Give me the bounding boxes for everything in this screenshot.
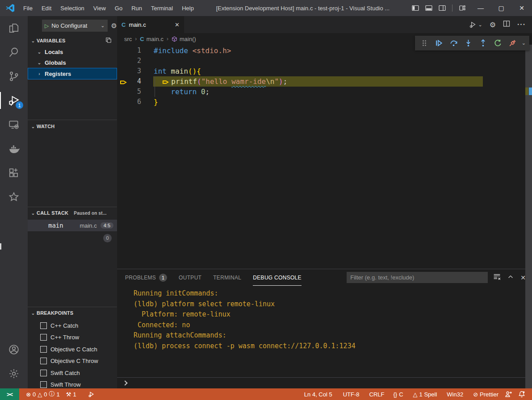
menu-go[interactable]: Go [110, 0, 127, 16]
maximize-button[interactable]: ▢ [491, 0, 511, 16]
menu-selection[interactable]: Selection [56, 0, 88, 16]
sidebar-item-remote-explorer[interactable] [0, 112, 28, 137]
breakpoint-gutter[interactable] [117, 76, 129, 87]
debug-console-input[interactable] [117, 377, 532, 388]
breakpoint-checkbox[interactable] [40, 381, 47, 388]
accounts-button[interactable] [0, 338, 28, 362]
breakpoint-gutter[interactable] [117, 46, 129, 56]
breakpoint-checkbox[interactable] [40, 370, 47, 376]
chevron-down-icon[interactable]: ⌄ [522, 40, 526, 46]
close-button[interactable]: ✕ [511, 0, 532, 16]
toggle-sidebar-icon[interactable] [412, 4, 419, 12]
remote-indicator[interactable]: >< [0, 388, 19, 400]
breakpoint-row[interactable]: Swift Throw [28, 379, 117, 389]
breakpoint-row[interactable]: Objective C Throw [28, 355, 117, 367]
variables-item-registers[interactable]: ›Registers [28, 68, 117, 79]
code-line-5[interactable]: 5 return 0; [117, 87, 532, 97]
customize-layout-icon[interactable] [459, 4, 466, 12]
problems-status[interactable]: ⊗ 0 △ 0 ⓘ 1 [23, 388, 63, 400]
menu-terminal[interactable]: Terminal [147, 0, 177, 16]
breakpoint-row[interactable]: C++ Throw [28, 332, 117, 344]
debug-start-icon[interactable]: ▷ [45, 23, 49, 29]
breakpoint-gutter[interactable] [117, 87, 129, 97]
run-or-debug-button[interactable]: ⌄ [469, 21, 482, 29]
debug-session-status[interactable] [85, 388, 98, 400]
watch-section-header[interactable]: ⌄ WATCH [28, 121, 117, 131]
console-filter-input[interactable] [347, 272, 488, 283]
notifications-button[interactable] [515, 388, 528, 400]
debug-gear-button[interactable]: ⚙ [490, 21, 496, 29]
manage-button[interactable] [0, 362, 28, 386]
clear-console-icon[interactable] [493, 273, 501, 282]
scrollbar-slider[interactable] [525, 45, 532, 388]
breakpoint-checkbox[interactable] [40, 322, 47, 329]
code-line-3[interactable]: 3int main(){ [117, 66, 532, 76]
code-line-6[interactable]: 6} [117, 97, 532, 107]
sidebar-item-search[interactable] [0, 40, 28, 64]
breakpoints-section-header[interactable]: ⌄ BREAKPOINTS [28, 308, 117, 318]
variables-item-globals[interactable]: ⌄Globals [28, 57, 117, 68]
tab-main-c[interactable]: C main.c ✕ [117, 16, 184, 33]
call-stack-frame[interactable]: main main.c 4:5 [28, 220, 117, 231]
menu-file[interactable]: File [19, 0, 37, 16]
sidebar-item-docker[interactable] [0, 137, 28, 161]
spell-status[interactable]: △ 1 Spell [410, 388, 440, 400]
breadcrumb-item[interactable]: main() [172, 36, 196, 42]
toggle-secondary-sidebar-icon[interactable] [439, 4, 446, 12]
sidebar-item-explorer[interactable] [0, 16, 28, 40]
debug-configuration-dropdown[interactable]: ▷ No Configurat ⌄ [42, 20, 108, 32]
close-tab-icon[interactable]: ✕ [175, 21, 180, 28]
split-editor-button[interactable] [503, 20, 510, 29]
minimize-button[interactable]: — [470, 0, 491, 16]
breadcrumb-item[interactable]: src [124, 36, 132, 42]
breakpoint-row[interactable]: Swift Catch [28, 367, 117, 379]
breakpoint-gutter[interactable] [117, 97, 129, 107]
sidebar-item-extensions[interactable] [0, 161, 28, 185]
code-line-4[interactable]: 4 printf("hello wamr-ide\n"); [117, 76, 532, 87]
variables-item-locals[interactable]: ⌄Locals [28, 46, 117, 57]
maximize-panel-icon[interactable] [507, 274, 514, 282]
debug-console-output[interactable]: Running initCommands:(lldb) platform sel… [117, 286, 532, 377]
breakpoint-checkbox[interactable] [40, 358, 47, 364]
call-stack-section-header[interactable]: ⌄ CALL STACK Paused on st... [28, 208, 117, 218]
platform-status[interactable]: Win32 [444, 388, 466, 400]
continue-button[interactable] [433, 38, 445, 49]
sidebar-item-run-and-debug[interactable]: 1 [0, 88, 28, 112]
tools-status[interactable]: ⚒ 1 [63, 388, 80, 400]
menu-run[interactable]: Run [127, 0, 147, 16]
overview-ruler[interactable] [525, 45, 532, 388]
breadcrumb-item[interactable]: Cmain.c [140, 36, 163, 42]
encoding[interactable]: UTF-8 [340, 388, 363, 400]
step-into-button[interactable] [463, 38, 474, 49]
breakpoint-row[interactable]: C++ Catch [28, 320, 117, 332]
disconnect-button[interactable] [507, 38, 519, 49]
formatter-status[interactable]: ⊘ Prettier [470, 388, 502, 400]
chevron-down-icon[interactable]: ⌄ [478, 22, 482, 28]
menu-view[interactable]: View [89, 0, 110, 16]
breakpoint-gutter[interactable] [117, 56, 129, 66]
breakpoint-row[interactable]: Objective C Catch [28, 343, 117, 355]
panel-tab-debug-console[interactable]: DEBUG CONSOLE [253, 269, 302, 286]
panel-tab-terminal[interactable]: TERMINAL [213, 269, 241, 286]
variables-section-header[interactable]: ⌄ VARIABLES [28, 36, 117, 46]
debug-settings-gear-icon[interactable]: ⚙ [111, 22, 117, 30]
panel-tab-problems[interactable]: PROBLEMS1 [125, 269, 167, 286]
sidebar-item-favorites[interactable] [0, 185, 28, 209]
breakpoint-checkbox[interactable] [40, 334, 47, 341]
sidebar-item-source-control[interactable] [0, 64, 28, 88]
panel-tab-output[interactable]: OUTPUT [179, 269, 201, 286]
eol[interactable]: CRLF [366, 388, 388, 400]
toggle-panel-icon[interactable] [425, 4, 432, 12]
step-out-button[interactable] [478, 38, 489, 49]
drag-handle-icon[interactable] [419, 38, 430, 49]
breakpoint-checkbox[interactable] [40, 346, 47, 353]
code-line-2[interactable]: 2 [117, 56, 532, 66]
menu-help[interactable]: Help [177, 0, 198, 16]
more-actions-button[interactable]: ··· [517, 21, 526, 29]
restart-button[interactable] [492, 38, 504, 49]
cursor-position[interactable]: Ln 4, Col 5 [301, 388, 335, 400]
language-mode[interactable]: {} C [390, 388, 406, 400]
code-editor[interactable]: 1#include <stdio.h>23int main(){4 printf… [117, 45, 532, 269]
menu-edit[interactable]: Edit [37, 0, 56, 16]
step-over-button[interactable] [448, 38, 460, 49]
